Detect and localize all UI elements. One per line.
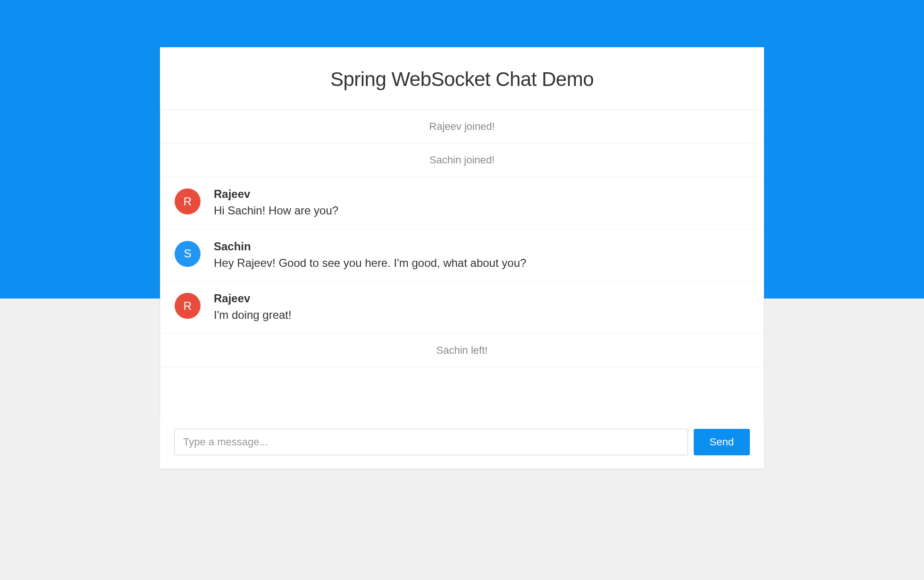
chat-message: R Rajeev I'm doing great! xyxy=(160,281,764,334)
message-sender: Sachin xyxy=(214,240,749,253)
message-text: Hey Rajeev! Good to see you here. I'm go… xyxy=(214,255,749,271)
event-text: Sachin left! xyxy=(437,344,488,356)
chat-message: S Sachin Hey Rajeev! Good to see you her… xyxy=(160,230,764,282)
message-content: Rajeev Hi Sachin! How are you? xyxy=(214,188,749,219)
chat-container: Spring WebSocket Chat Demo Rajeev joined… xyxy=(160,47,764,469)
message-content: Rajeev I'm doing great! xyxy=(214,292,749,323)
avatar: R xyxy=(175,293,201,319)
message-text: I'm doing great! xyxy=(214,307,749,323)
avatar-initial: R xyxy=(184,195,192,208)
chat-message: R Rajeev Hi Sachin! How are you? xyxy=(160,177,764,230)
event-text: Rajeev joined! xyxy=(429,120,495,132)
chat-body[interactable]: Rajeev joined! Sachin joined! R Rajeev H… xyxy=(160,110,764,417)
message-sender: Rajeev xyxy=(214,188,749,201)
message-input[interactable] xyxy=(174,429,688,455)
event-message: Sachin left! xyxy=(160,334,764,367)
message-sender: Rajeev xyxy=(214,292,749,305)
chat-footer: Send xyxy=(160,417,764,469)
event-message: Sachin joined! xyxy=(160,144,764,177)
page-title: Spring WebSocket Chat Demo xyxy=(169,68,755,91)
chat-header: Spring WebSocket Chat Demo xyxy=(160,47,764,110)
avatar: R xyxy=(175,188,201,214)
avatar-initial: S xyxy=(184,247,191,260)
message-text: Hi Sachin! How are you? xyxy=(214,203,749,219)
message-content: Sachin Hey Rajeev! Good to see you here.… xyxy=(214,240,749,271)
event-text: Sachin joined! xyxy=(429,154,495,166)
send-button[interactable]: Send xyxy=(694,429,750,455)
avatar-initial: R xyxy=(184,299,192,313)
event-message: Rajeev joined! xyxy=(160,110,764,144)
avatar: S xyxy=(175,241,201,267)
